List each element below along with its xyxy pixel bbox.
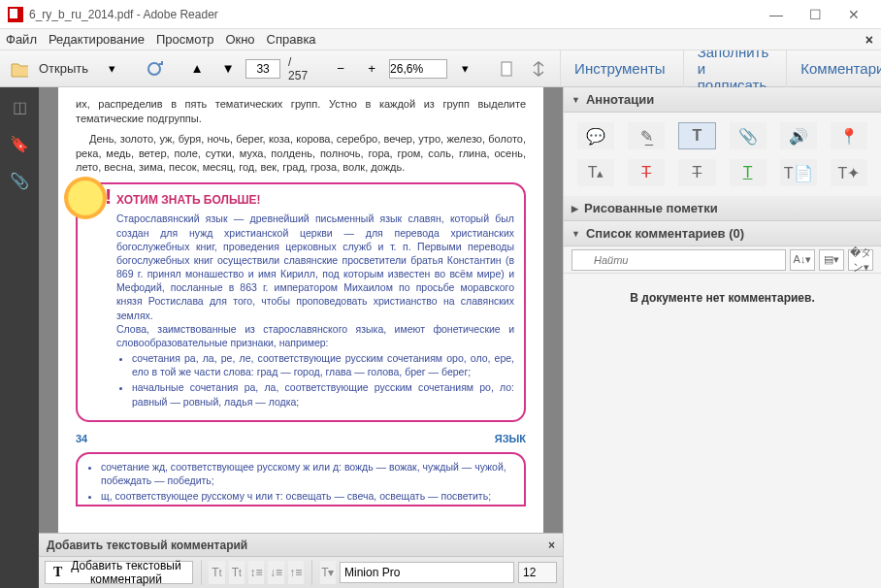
pdf-page: их, распределив в пять тематических груп…: [58, 87, 543, 533]
add-note-to-text-tool[interactable]: T📄: [780, 159, 817, 186]
left-rail: ◫ 🔖 📎: [0, 87, 39, 588]
callout-li2: начальные сочетания ра, ла, соответствую…: [132, 380, 514, 408]
page-up-button[interactable]: ▲: [183, 55, 211, 82]
minimize-button[interactable]: —: [757, 1, 796, 28]
tool1-button[interactable]: [494, 55, 521, 82]
zoom-in-button[interactable]: +: [358, 55, 385, 82]
annotations-label: Аннотации: [586, 92, 654, 107]
comments-list-label: Список комментариев (0): [586, 226, 744, 241]
menu-close-icon[interactable]: ×: [865, 32, 873, 48]
replace-text-tool[interactable]: T: [678, 159, 715, 186]
font-family-select[interactable]: [340, 562, 514, 583]
text-t-icon: T: [53, 565, 62, 580]
annotations-header[interactable]: ▼ Аннотации: [564, 87, 881, 113]
tab-comments[interactable]: Комментарии: [786, 50, 881, 87]
right-pane: ▼ Аннотации 💬 ✎̲ T 📎 🔊 📍 T▴ T T T T📄 T✦ …: [563, 87, 881, 588]
insert-text-tool[interactable]: T▴: [577, 159, 614, 186]
doc-line-top: их, распределив в пять тематических груп…: [76, 97, 526, 126]
font-smaller-button[interactable]: Tt: [209, 561, 224, 584]
page-section-label: ЯЗЫК: [495, 432, 526, 446]
window-title: 6_ry_b_ru_2014.pdf - Adobe Reader: [29, 8, 757, 21]
open-file-button[interactable]: [6, 55, 33, 82]
convert-icon: [146, 60, 163, 78]
chevron-down-icon: ▼: [571, 229, 580, 239]
filter-button[interactable]: ▤▾: [819, 249, 844, 271]
callout-box: ! ХОТИМ ЗНАТЬ БОЛЬШЕ! Старославянский яз…: [76, 182, 526, 422]
zoom-input[interactable]: [389, 59, 447, 79]
save-rotate-button[interactable]: [141, 55, 168, 82]
callout2-li2: щ, соответствующее русскому ч или т: осв…: [101, 489, 514, 503]
doc-para1: День, золото, уж, буря, ночь, берег, коз…: [76, 132, 526, 176]
zoom-out-button[interactable]: −: [327, 55, 354, 82]
decrease-spacing-button[interactable]: ↓≡: [268, 561, 283, 584]
tab-tools[interactable]: Инструменты: [560, 50, 679, 87]
record-audio-tool[interactable]: 🔊: [780, 122, 817, 149]
comments-list-header[interactable]: ▼ Список комментариев (0): [564, 221, 881, 246]
menu-edit[interactable]: Редактирование: [49, 32, 145, 47]
tool2-button[interactable]: [525, 55, 552, 82]
callout-p1: Старославянский язык — древнейший письме…: [116, 212, 514, 321]
page-down-button[interactable]: ▼: [214, 55, 242, 82]
attach-file-tool[interactable]: 📎: [730, 122, 767, 149]
chevron-down-icon: ▼: [571, 95, 580, 105]
callout-li1: сочетания ра, ла, ре, ле, соответствующи…: [132, 351, 514, 378]
callout-p2: Слова, заимствованные из старославянског…: [116, 322, 514, 349]
comment-toolbar-close[interactable]: ×: [548, 539, 555, 552]
page-number-input[interactable]: [245, 59, 280, 79]
maximize-button[interactable]: ☐: [796, 1, 834, 28]
folder-icon: [11, 60, 28, 78]
close-button[interactable]: ✕: [834, 1, 873, 28]
add-text-tool[interactable]: T: [678, 122, 715, 149]
callout-box-2: сочетание жд, соответствующее русскому ж…: [76, 452, 526, 507]
no-comments-message: В документе нет комментариев.: [564, 274, 881, 322]
line-spacing-button[interactable]: ↕≡: [248, 561, 264, 584]
stamp-tool[interactable]: 📍: [831, 122, 867, 149]
zoom-dropdown[interactable]: ▾: [451, 55, 478, 82]
toolbar: Открыть ▾ ▲ ▼ / 257 − + ▾ Инструменты За…: [0, 50, 881, 87]
chevron-right-icon: ▶: [571, 204, 578, 213]
text-correction-tool[interactable]: T✦: [831, 159, 867, 186]
exclaim-icon: !: [105, 182, 112, 212]
thumbnails-icon[interactable]: ◫: [10, 97, 29, 116]
page-number-label: 34: [76, 432, 87, 446]
svg-point-0: [148, 63, 160, 75]
menu-file[interactable]: Файл: [6, 32, 37, 47]
page-tool-icon: [499, 60, 516, 78]
comment-toolbar-header: Добавить текстовый комментарий ×: [39, 534, 563, 557]
underline-tool[interactable]: T: [730, 159, 767, 186]
drawings-header[interactable]: ▶ Рисованные пометки: [564, 196, 881, 221]
separator: [201, 560, 202, 585]
sort-button[interactable]: A↓▾: [790, 249, 815, 271]
add-text-comment-button[interactable]: T Добавить текстовый комментарий: [45, 561, 193, 584]
document-view[interactable]: их, распределив в пять тематических груп…: [39, 87, 563, 588]
open-dropdown[interactable]: ▾: [98, 55, 125, 82]
svg-rect-1: [502, 62, 511, 76]
menu-help[interactable]: Справка: [267, 32, 316, 47]
comment-toolbar-title: Добавить текстовый комментарий: [47, 539, 247, 552]
scroll-tool-icon: [530, 60, 547, 78]
drawings-label: Рисованные пометки: [584, 201, 718, 215]
sun-icon: [64, 177, 107, 219]
menu-window[interactable]: Окно: [225, 32, 254, 47]
menubar: Файл Редактирование Просмотр Окно Справк…: [0, 29, 881, 50]
options-button[interactable]: �タン▾: [848, 249, 873, 271]
comments-search-input[interactable]: [571, 249, 786, 271]
strikethrough-tool[interactable]: T: [628, 159, 665, 186]
tab-sign[interactable]: Заполнить и подписать: [683, 50, 783, 87]
app-icon: [8, 7, 23, 22]
open-label: Открыть: [39, 61, 88, 76]
attachment-icon[interactable]: 📎: [10, 171, 29, 190]
menu-view[interactable]: Просмотр: [156, 32, 213, 47]
text-color-button[interactable]: T▾: [320, 561, 336, 584]
sticky-note-tool[interactable]: 💬: [577, 122, 614, 149]
font-larger-button[interactable]: Tt: [229, 561, 245, 584]
font-size-select[interactable]: [518, 562, 557, 583]
comments-search-row: A↓▾ ▤▾ �タン▾: [564, 246, 881, 274]
separator: [311, 560, 312, 585]
bookmark-icon[interactable]: 🔖: [10, 134, 29, 153]
titlebar: 6_ry_b_ru_2014.pdf - Adobe Reader — ☐ ✕: [0, 0, 881, 29]
highlight-tool[interactable]: ✎̲: [628, 122, 665, 149]
callout-heading: ХОТИМ ЗНАТЬ БОЛЬШЕ!: [116, 192, 514, 208]
add-text-comment-label: Добавить текстовый комментарий: [68, 559, 183, 586]
increase-spacing-button[interactable]: ↑≡: [288, 561, 304, 584]
